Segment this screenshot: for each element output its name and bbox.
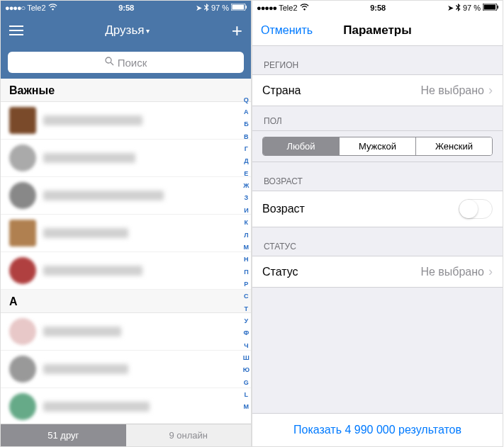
battery-icon [483,4,498,12]
chevron-right-icon: › [488,264,493,279]
status-bar: ●●●●○ Tele2 9:58 ➤ 97 % [1,1,251,15]
add-friend-button[interactable]: + [232,20,242,42]
gender-segment: Любой Мужской Женский [262,137,493,156]
group-label-status: СТАТУС [252,227,503,256]
gender-female[interactable]: Женский [415,137,492,155]
battery-label: 97 % [211,4,229,12]
chevron-down-icon: ▾ [146,27,150,35]
svg-line-4 [111,62,113,65]
battery-label: 97 % [463,4,481,12]
carrier-label: Tele2 [27,4,45,12]
list-item[interactable] [1,351,251,388]
svg-point-3 [106,57,111,63]
svg-rect-7 [497,6,498,9]
bottom-segment: 51 друг 9 онлайн [1,424,251,446]
svg-rect-1 [232,5,244,10]
status-value: Не выбрано [420,266,484,278]
bluetooth-icon [204,4,209,13]
list-item[interactable] [1,388,251,424]
status-label: Статус [262,266,298,278]
section-header-letter: А [1,290,251,313]
tab-all-friends[interactable]: 51 друг [1,424,126,446]
wifi-icon [48,4,57,12]
location-icon: ➤ [196,4,202,13]
friends-list[interactable]: Важные А [1,79,251,424]
status-bar: ●●●●● Tele2 9:58 ➤ 97 % [252,1,503,15]
gender-male[interactable]: Мужской [339,137,415,155]
group-label-gender: ПОЛ [252,106,503,130]
country-value: Не выбрано [420,84,484,97]
nav-bar: Отменить Параметры [252,15,503,46]
status-time: 9:58 [118,4,134,12]
page-title: Параметры [343,23,412,38]
age-toggle[interactable] [459,199,493,219]
status-time: 9:58 [370,4,386,12]
gender-segment-container: Любой Мужской Женский [252,130,503,162]
location-icon: ➤ [447,4,454,13]
signal-dots-icon: ●●●●○ [5,4,25,12]
tab-online[interactable]: 9 онлайн [126,424,252,446]
svg-rect-6 [483,5,495,10]
status-cell[interactable]: Статус Не выбрано › [252,256,503,288]
chevron-right-icon: › [488,83,493,98]
page-title[interactable]: Друзья ▾ [105,23,150,38]
search-container: Поиск [1,46,251,79]
alphabet-index[interactable]: QАБВГДЕЖЗИКЛМНПРСТУФЧШЮGLM [243,93,250,415]
search-icon [105,57,114,68]
svg-rect-2 [245,6,247,9]
age-cell: Возраст [252,191,503,227]
search-input[interactable]: Поиск [8,52,244,73]
list-item[interactable] [1,215,251,252]
group-label-region: РЕГИОН [252,46,503,74]
section-header-important: Важные [1,79,251,102]
cancel-button[interactable]: Отменить [261,24,313,37]
list-item[interactable] [1,252,251,290]
list-item[interactable] [1,102,251,140]
gender-any[interactable]: Любой [263,137,339,155]
country-cell[interactable]: Страна Не выбрано › [252,74,503,106]
menu-icon[interactable] [9,26,23,35]
carrier-label: Tele2 [279,4,297,12]
list-item[interactable] [1,177,251,215]
nav-bar: Друзья ▾ + [1,15,251,46]
country-label: Страна [262,84,301,97]
age-label: Возраст [262,203,305,215]
battery-icon [231,4,247,12]
list-item[interactable] [1,313,251,351]
list-item[interactable] [1,140,251,177]
group-label-age: ВОЗРАСТ [252,162,503,191]
signal-dots-icon: ●●●●● [257,4,276,12]
wifi-icon [300,4,309,12]
bluetooth-icon [456,4,461,13]
show-results-button[interactable]: Показать 4 990 000 результатов [252,413,503,446]
